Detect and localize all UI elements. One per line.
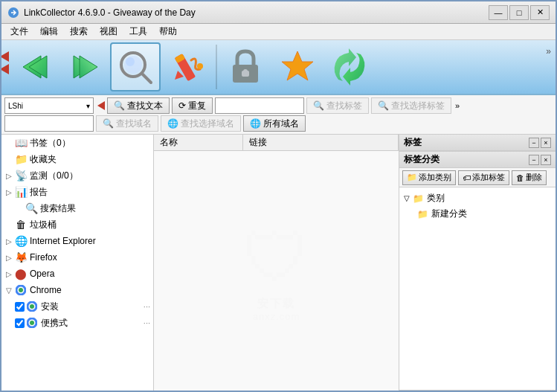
expand-icon	[15, 204, 24, 213]
lock-button[interactable]	[220, 42, 271, 91]
refresh-button[interactable]	[324, 42, 375, 91]
tag-class-close-button[interactable]: ×	[541, 155, 551, 165]
watermark-area: 🛡 安下载 anxz.com	[154, 151, 399, 391]
tree-item-search-results[interactable]: 🔍 搜索结果	[1, 200, 153, 216]
tree-item-reports[interactable]: ▷ 📊 报告	[1, 184, 153, 200]
edit-button[interactable]	[162, 42, 213, 91]
selected-tag-icon: 🔍	[378, 100, 389, 111]
chrome-install-checkbox[interactable]	[15, 302, 25, 312]
tag-icon: 🔍	[313, 100, 324, 111]
col-header-name[interactable]: 名称	[154, 135, 243, 150]
toolbar-more-button[interactable]: »	[546, 46, 551, 57]
left-panel: 📖 书签（0） 📁 收藏夹 ▷ 📡 监测（0/0） ▷ 📊 报告	[1, 135, 154, 391]
watermark: 🛡 安下载 anxz.com	[243, 220, 310, 322]
find-domain-button[interactable]: 🔍 查找域名	[96, 115, 158, 132]
find-selected-domain-button[interactable]: 🌐 查找选择域名	[161, 115, 241, 132]
repeat-input[interactable]	[215, 97, 304, 114]
menu-search[interactable]: 搜索	[64, 24, 94, 39]
menu-help[interactable]: 帮助	[153, 24, 183, 39]
add-tag-button[interactable]: 🏷 添加标签	[458, 170, 509, 185]
star-button[interactable]	[272, 42, 323, 91]
folder-icon: 📁	[407, 173, 417, 182]
close-button[interactable]: ✕	[530, 5, 550, 20]
tag-class-minimize-button[interactable]: −	[529, 155, 539, 165]
domain-search-input[interactable]	[4, 115, 94, 132]
tag-tree-item-new-class[interactable]: 📁 新建分类	[402, 206, 553, 222]
tags-close-button[interactable]: ×	[541, 138, 551, 148]
svg-point-8	[197, 63, 203, 69]
tree-label: 报告	[30, 186, 48, 199]
menu-edit[interactable]: 编辑	[34, 24, 64, 39]
delete-icon: 🗑	[516, 173, 524, 182]
middle-panel: 名称 链接 🛡 安下载 anxz.com	[154, 135, 399, 391]
expand-icon: ▷	[4, 269, 13, 278]
refresh-icon	[329, 47, 370, 87]
more-button[interactable]: »	[455, 101, 460, 110]
tree-label: 便携式	[41, 317, 68, 330]
find-text-button[interactable]: 🔍 查找文本	[107, 97, 170, 114]
chrome-install-more[interactable]: ···	[144, 302, 150, 311]
tag-toolbar: 📁 添加类别 🏷 添加标签 🗑 删除	[399, 168, 556, 187]
svg-marker-6	[175, 71, 184, 80]
subfolder-icon-sm: 📁	[417, 209, 428, 219]
reports-icon: 📊	[15, 186, 27, 198]
find-selected-tag-button[interactable]: 🔍 查找选择标签	[371, 97, 451, 114]
back-button[interactable]	[6, 42, 57, 91]
all-domains-button[interactable]: 🌐 所有域名	[243, 115, 306, 132]
expand-icon: ▽	[404, 194, 410, 202]
app-icon	[7, 7, 19, 19]
tree-label: Chrome	[30, 285, 62, 295]
app-window: LinkCollector 4.6.9.0 - Giveaway of the …	[0, 0, 557, 392]
opera-icon: ⬤	[15, 268, 27, 280]
menu-tools[interactable]: 工具	[123, 24, 153, 39]
tag-class-controls: − ×	[529, 155, 551, 165]
search-combo[interactable]: LShi ▾	[4, 97, 94, 114]
maximize-button[interactable]: □	[509, 5, 529, 20]
tree-item-opera[interactable]: ▷ ⬤ Opera	[1, 266, 153, 282]
tree-item-firefox[interactable]: ▷ 🦊 Firefox	[1, 249, 153, 266]
tree-item-bookmarks[interactable]: 📖 书签（0）	[1, 135, 153, 151]
tree-item-monitor[interactable]: ▷ 📡 监测（0/0）	[1, 167, 153, 184]
back-icon	[11, 47, 51, 87]
expand-icon	[4, 155, 13, 164]
window-title: LinkCollector 4.6.9.0 - Giveaway of the …	[24, 7, 489, 18]
tree-item-chrome[interactable]: ▽ Chrome	[1, 282, 153, 298]
tree-item-chrome-install[interactable]: 安装 ···	[1, 298, 153, 315]
expand-icon: ▷	[4, 187, 13, 196]
chrome-portable-more[interactable]: ···	[144, 318, 150, 327]
svg-point-11	[243, 69, 248, 74]
combo-dropdown-icon: ▾	[86, 102, 90, 110]
lock-icon	[227, 47, 264, 87]
tag-class-header: 标签分类 − ×	[399, 152, 556, 168]
tree-item-chrome-portable[interactable]: 便携式 ···	[1, 315, 153, 331]
menu-file[interactable]: 文件	[4, 24, 34, 39]
minimize-button[interactable]: —	[489, 5, 508, 20]
tags-section: 标签 − ×	[399, 135, 556, 152]
search-button[interactable]	[110, 42, 161, 91]
delete-button[interactable]: 🗑 删除	[512, 170, 547, 185]
add-class-button[interactable]: 📁 添加类别	[402, 170, 456, 185]
tree-item-favorites[interactable]: 📁 收藏夹	[1, 151, 153, 167]
repeat-icon: ⟳	[178, 100, 186, 111]
tags-minimize-button[interactable]: −	[529, 138, 539, 148]
search-icon-small: 🔍	[114, 100, 125, 111]
menu-view[interactable]: 视图	[94, 24, 123, 39]
tree-label: 书签（0）	[30, 137, 71, 150]
tree-label: 安装	[41, 301, 59, 313]
forward-button[interactable]	[58, 42, 109, 91]
tree-item-trash[interactable]: 🗑 垃圾桶	[1, 216, 153, 233]
expand-icon	[4, 220, 13, 229]
chrome-portable-checkbox[interactable]	[15, 318, 25, 328]
find-tag-button[interactable]: 🔍 查找标签	[306, 97, 369, 114]
col-header-link[interactable]: 链接	[243, 135, 399, 150]
title-bar: LinkCollector 4.6.9.0 - Giveaway of the …	[1, 1, 556, 24]
combo-value: LShi	[8, 102, 23, 110]
chrome-install-icon	[26, 301, 38, 312]
tag-tree-item-category[interactable]: ▽ 📁 类别	[402, 190, 553, 206]
content-area: 📖 书签（0） 📁 收藏夹 ▷ 📡 监测（0/0） ▷ 📊 报告	[1, 135, 556, 391]
repeat-button[interactable]: ⟳ 重复	[172, 97, 213, 114]
selected-domain-icon: 🌐	[167, 118, 178, 129]
tree-item-ie[interactable]: ▷ 🌐 Internet Explorer	[1, 233, 153, 249]
forward-icon	[63, 47, 103, 87]
search-row-2: 🔍 查找域名 🌐 查找选择域名 🌐 所有域名	[4, 115, 553, 132]
